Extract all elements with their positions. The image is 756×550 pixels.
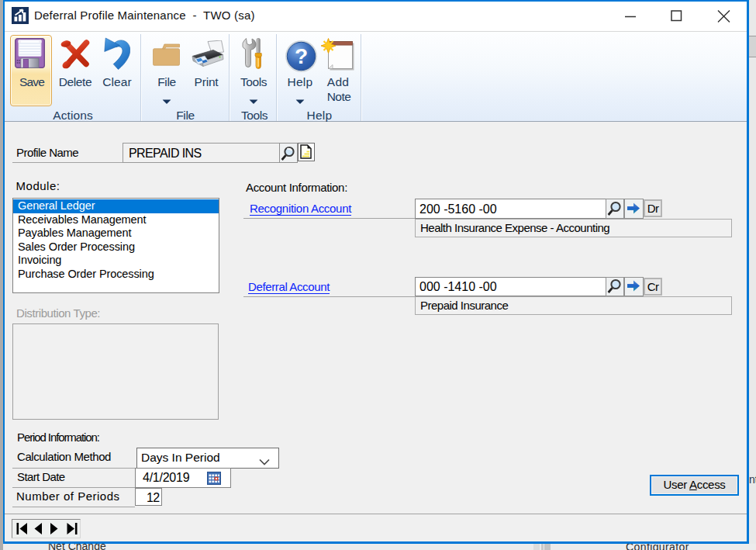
svg-text:?: ?	[295, 44, 308, 68]
